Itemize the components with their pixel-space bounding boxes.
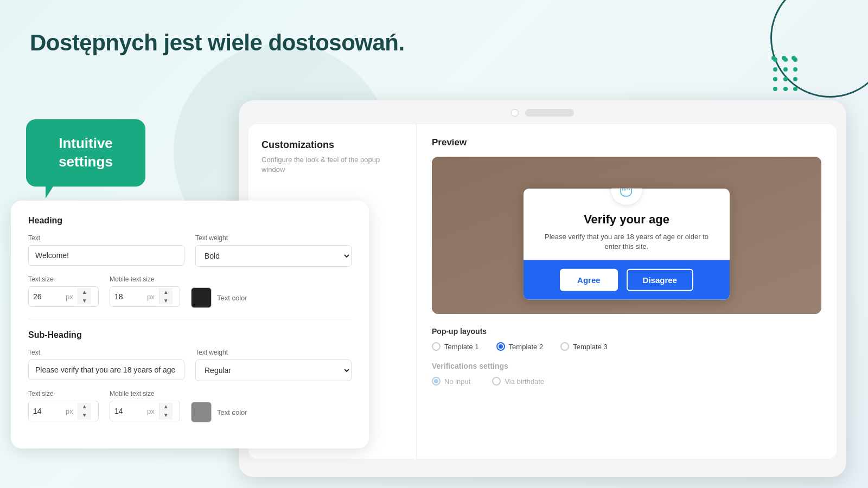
heading-text-label: Text — [28, 234, 184, 242]
subheading-text-group: Text — [28, 349, 184, 381]
heading-mobiletextsize-group: Mobile text size px ▲ ▼ — [110, 275, 180, 308]
form-divider — [28, 319, 352, 319]
subheading-textsize-arrows: ▲ ▼ — [78, 402, 91, 420]
subheading-mobiletextsize-arrows: ▲ ▼ — [159, 402, 173, 420]
heading-textsize-input[interactable] — [29, 287, 61, 306]
subheading-textsize-down[interactable]: ▼ — [78, 411, 91, 420]
popup-layouts-title: Pop-up layouts — [432, 327, 821, 336]
popup-layouts-section: Pop-up layouts Template 1 Template 2 — [432, 327, 821, 351]
preview-panel: Preview Verify your age — [417, 124, 837, 459]
verif-label-noinput: No input — [444, 377, 470, 386]
radio-birthdate[interactable] — [492, 377, 501, 386]
heading-text-input[interactable] — [28, 245, 184, 266]
dot-grid — [770, 54, 797, 95]
heading-color-group: Text color — [191, 287, 247, 308]
radio-template1[interactable] — [432, 342, 441, 351]
subheading-textsize-wrap: px ▲ ▼ — [28, 401, 99, 421]
subheading-weight-label: Text weight — [195, 349, 352, 356]
heading-row-2: Text size px ▲ ▼ Mobile text size px ▲ ▼ — [28, 275, 352, 308]
layout-label-template2: Template 2 — [509, 343, 544, 351]
preview-popup-wrapper: Verify your age Please verify that you a… — [432, 157, 821, 314]
preview-title: Preview — [432, 137, 821, 148]
main-heading: Dostępnych jest wiele dostosowań. — [30, 30, 405, 56]
preview-popup-card: Verify your age Please verify that you a… — [524, 189, 730, 300]
subheading-textsize-group: Text size px ▲ ▼ — [28, 390, 99, 422]
verif-label-birthdate: Via birthdate — [505, 377, 544, 386]
popup-verify-desc: Please verify that you are 18 years of a… — [537, 232, 717, 252]
radio-noinput[interactable] — [432, 377, 441, 386]
popup-buttons: Agree Disagree — [524, 260, 730, 300]
verif-option-noinput[interactable]: No input — [432, 377, 470, 386]
radio-template2-inner — [499, 344, 503, 349]
subheading-text-label: Text — [28, 349, 184, 356]
verification-options: No input Via birthdate — [432, 377, 821, 386]
heading-textsize-group: Text size px ▲ ▼ — [28, 275, 99, 308]
subheading-mobiletextsize-up[interactable]: ▲ — [159, 402, 173, 411]
speech-bubble-text: Intuitive settings — [39, 134, 132, 171]
radio-template2[interactable] — [496, 342, 505, 351]
tablet-pill — [525, 109, 574, 117]
subheading-mobiletextsize-down[interactable]: ▼ — [159, 411, 173, 420]
subheading-text-input[interactable] — [28, 359, 184, 380]
speech-bubble: Intuitive settings — [26, 119, 145, 187]
heading-textsize-label: Text size — [28, 275, 99, 283]
heading-mobiletextsize-arrows: ▲ ▼ — [159, 288, 173, 305]
radio-noinput-inner — [434, 379, 438, 383]
tablet-circle-button — [511, 109, 519, 117]
heading-color-label: Text color — [217, 294, 247, 302]
layout-label-template1: Template 1 — [444, 343, 479, 351]
heading-mobiletextsize-up[interactable]: ▲ — [159, 288, 173, 297]
heading-weight-group: Text weight Regular Bold Semibold — [195, 234, 352, 267]
popup-layouts-options: Template 1 Template 2 Template 3 — [432, 342, 821, 351]
heading-weight-label: Text weight — [195, 234, 352, 242]
layout-label-template3: Template 3 — [573, 343, 608, 351]
disagree-button[interactable]: Disagree — [627, 269, 693, 291]
verif-option-birthdate[interactable]: Via birthdate — [492, 377, 544, 386]
subheading-textsize-input[interactable] — [29, 401, 61, 421]
tablet-top-bar — [248, 109, 837, 117]
heading-textsize-arrows: ▲ ▼ — [78, 288, 91, 305]
subheading-section-title: Sub-Heading — [28, 330, 352, 340]
customizations-description: Configure the look & feel of the popup w… — [261, 155, 403, 175]
popup-verify-title: Verify your age — [537, 213, 717, 227]
subheading-row-2: Text size px ▲ ▼ Mobile text size px ▲ ▼ — [28, 390, 352, 422]
subheading-mobiletextsize-group: Mobile text size px ▲ ▼ — [110, 390, 180, 422]
heading-text-group: Text — [28, 234, 184, 267]
subheading-textsize-unit: px — [61, 407, 78, 415]
subheading-mobiletextsize-input[interactable] — [110, 401, 143, 421]
subheading-color-label: Text color — [217, 408, 247, 416]
heading-section-title: Heading — [28, 216, 352, 226]
heading-row-1: Text Text weight Regular Bold Semibold — [28, 234, 352, 267]
subheading-textsize-up[interactable]: ▲ — [78, 402, 91, 411]
heading-color-swatch[interactable] — [191, 287, 212, 308]
layout-option-template1[interactable]: Template 1 — [432, 342, 479, 351]
subheading-weight-group: Text weight Regular Bold Semibold — [195, 349, 352, 381]
subheading-row-1: Text Text weight Regular Bold Semibold — [28, 349, 352, 381]
heading-textsize-down[interactable]: ▼ — [78, 297, 91, 305]
subheading-color-swatch[interactable] — [191, 402, 212, 422]
heading-mobiletextsize-input[interactable] — [110, 287, 143, 306]
heading-mobiletextsize-label: Mobile text size — [110, 275, 180, 283]
form-card: Heading Text Text weight Regular Bold Se… — [11, 201, 369, 448]
agree-button[interactable]: Agree — [560, 269, 618, 291]
subheading-weight-select[interactable]: Regular Bold Semibold — [195, 359, 352, 381]
subheading-textsize-label: Text size — [28, 390, 99, 397]
customizations-title: Customizations — [261, 139, 403, 151]
verification-settings-section: Verifications settings No input Via birt… — [432, 362, 821, 386]
heading-mobiletextsize-wrap: px ▲ ▼ — [110, 286, 180, 307]
heading-weight-select[interactable]: Regular Bold Semibold — [195, 245, 352, 267]
subheading-mobiletextsize-wrap: px ▲ ▼ — [110, 401, 180, 421]
subheading-mobiletextsize-unit: px — [143, 407, 159, 415]
layout-option-template2[interactable]: Template 2 — [496, 342, 544, 351]
verification-settings-title: Verifications settings — [432, 362, 821, 370]
heading-textsize-up[interactable]: ▲ — [78, 288, 91, 297]
subheading-color-group: Text color — [191, 402, 247, 422]
heading-mobiletextsize-down[interactable]: ▼ — [159, 297, 173, 305]
subheading-mobiletextsize-label: Mobile text size — [110, 390, 180, 397]
heading-textsize-unit: px — [61, 293, 78, 301]
radio-template3[interactable] — [560, 342, 569, 351]
layout-option-template3[interactable]: Template 3 — [560, 342, 608, 351]
heading-textsize-wrap: px ▲ ▼ — [28, 286, 99, 307]
heading-mobiletextsize-unit: px — [143, 293, 159, 301]
